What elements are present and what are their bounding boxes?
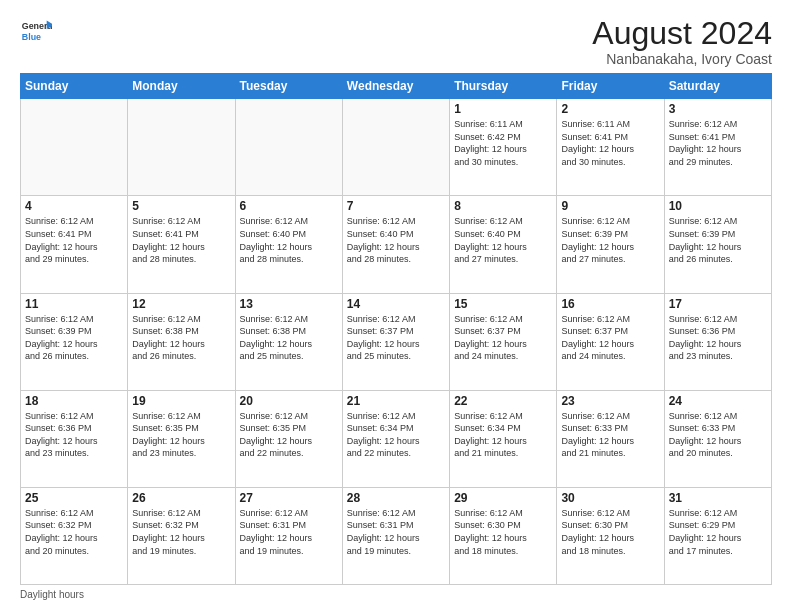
day-info: Sunrise: 6:12 AMSunset: 6:40 PMDaylight:… xyxy=(347,215,445,265)
calendar-week-row: 4Sunrise: 6:12 AMSunset: 6:41 PMDaylight… xyxy=(21,196,772,293)
day-number: 5 xyxy=(132,199,230,213)
day-number: 22 xyxy=(454,394,552,408)
logo-icon: General Blue xyxy=(20,16,52,48)
day-info: Sunrise: 6:12 AMSunset: 6:33 PMDaylight:… xyxy=(669,410,767,460)
svg-text:Blue: Blue xyxy=(22,32,41,42)
table-row: 7Sunrise: 6:12 AMSunset: 6:40 PMDaylight… xyxy=(342,196,449,293)
calendar-week-row: 1Sunrise: 6:11 AMSunset: 6:42 PMDaylight… xyxy=(21,99,772,196)
table-row: 22Sunrise: 6:12 AMSunset: 6:34 PMDayligh… xyxy=(450,390,557,487)
day-number: 6 xyxy=(240,199,338,213)
table-row xyxy=(342,99,449,196)
calendar-table: Sunday Monday Tuesday Wednesday Thursday… xyxy=(20,73,772,585)
day-number: 13 xyxy=(240,297,338,311)
footer-note: Daylight hours xyxy=(20,589,772,600)
day-number: 26 xyxy=(132,491,230,505)
day-info: Sunrise: 6:12 AMSunset: 6:35 PMDaylight:… xyxy=(132,410,230,460)
calendar-week-row: 25Sunrise: 6:12 AMSunset: 6:32 PMDayligh… xyxy=(21,487,772,584)
day-number: 31 xyxy=(669,491,767,505)
day-info: Sunrise: 6:12 AMSunset: 6:35 PMDaylight:… xyxy=(240,410,338,460)
col-thursday: Thursday xyxy=(450,74,557,99)
day-number: 1 xyxy=(454,102,552,116)
main-title: August 2024 xyxy=(592,16,772,51)
day-info: Sunrise: 6:12 AMSunset: 6:30 PMDaylight:… xyxy=(454,507,552,557)
day-info: Sunrise: 6:12 AMSunset: 6:37 PMDaylight:… xyxy=(347,313,445,363)
table-row: 23Sunrise: 6:12 AMSunset: 6:33 PMDayligh… xyxy=(557,390,664,487)
day-number: 18 xyxy=(25,394,123,408)
day-info: Sunrise: 6:12 AMSunset: 6:31 PMDaylight:… xyxy=(347,507,445,557)
table-row: 10Sunrise: 6:12 AMSunset: 6:39 PMDayligh… xyxy=(664,196,771,293)
table-row: 21Sunrise: 6:12 AMSunset: 6:34 PMDayligh… xyxy=(342,390,449,487)
day-info: Sunrise: 6:12 AMSunset: 6:32 PMDaylight:… xyxy=(132,507,230,557)
table-row: 3Sunrise: 6:12 AMSunset: 6:41 PMDaylight… xyxy=(664,99,771,196)
day-number: 19 xyxy=(132,394,230,408)
table-row: 9Sunrise: 6:12 AMSunset: 6:39 PMDaylight… xyxy=(557,196,664,293)
day-number: 24 xyxy=(669,394,767,408)
day-number: 7 xyxy=(347,199,445,213)
day-number: 11 xyxy=(25,297,123,311)
table-row: 1Sunrise: 6:11 AMSunset: 6:42 PMDaylight… xyxy=(450,99,557,196)
calendar-week-row: 11Sunrise: 6:12 AMSunset: 6:39 PMDayligh… xyxy=(21,293,772,390)
day-info: Sunrise: 6:12 AMSunset: 6:38 PMDaylight:… xyxy=(240,313,338,363)
table-row: 5Sunrise: 6:12 AMSunset: 6:41 PMDaylight… xyxy=(128,196,235,293)
table-row: 30Sunrise: 6:12 AMSunset: 6:30 PMDayligh… xyxy=(557,487,664,584)
table-row: 31Sunrise: 6:12 AMSunset: 6:29 PMDayligh… xyxy=(664,487,771,584)
table-row: 20Sunrise: 6:12 AMSunset: 6:35 PMDayligh… xyxy=(235,390,342,487)
day-number: 27 xyxy=(240,491,338,505)
table-row: 24Sunrise: 6:12 AMSunset: 6:33 PMDayligh… xyxy=(664,390,771,487)
day-number: 17 xyxy=(669,297,767,311)
title-block: August 2024 Nanbanakaha, Ivory Coast xyxy=(592,16,772,67)
table-row: 6Sunrise: 6:12 AMSunset: 6:40 PMDaylight… xyxy=(235,196,342,293)
day-info: Sunrise: 6:12 AMSunset: 6:40 PMDaylight:… xyxy=(454,215,552,265)
day-info: Sunrise: 6:12 AMSunset: 6:30 PMDaylight:… xyxy=(561,507,659,557)
table-row: 4Sunrise: 6:12 AMSunset: 6:41 PMDaylight… xyxy=(21,196,128,293)
day-number: 20 xyxy=(240,394,338,408)
day-info: Sunrise: 6:12 AMSunset: 6:37 PMDaylight:… xyxy=(561,313,659,363)
page: General Blue General Blue August 2024 Na… xyxy=(0,0,792,612)
day-number: 16 xyxy=(561,297,659,311)
col-friday: Friday xyxy=(557,74,664,99)
day-number: 3 xyxy=(669,102,767,116)
calendar-header-row: Sunday Monday Tuesday Wednesday Thursday… xyxy=(21,74,772,99)
day-info: Sunrise: 6:12 AMSunset: 6:39 PMDaylight:… xyxy=(669,215,767,265)
day-number: 4 xyxy=(25,199,123,213)
col-tuesday: Tuesday xyxy=(235,74,342,99)
header: General Blue General Blue August 2024 Na… xyxy=(20,16,772,67)
day-number: 15 xyxy=(454,297,552,311)
day-info: Sunrise: 6:12 AMSunset: 6:34 PMDaylight:… xyxy=(454,410,552,460)
day-number: 2 xyxy=(561,102,659,116)
logo: General Blue General Blue xyxy=(20,16,52,48)
table-row: 28Sunrise: 6:12 AMSunset: 6:31 PMDayligh… xyxy=(342,487,449,584)
day-number: 9 xyxy=(561,199,659,213)
day-info: Sunrise: 6:12 AMSunset: 6:29 PMDaylight:… xyxy=(669,507,767,557)
day-info: Sunrise: 6:12 AMSunset: 6:36 PMDaylight:… xyxy=(669,313,767,363)
day-info: Sunrise: 6:12 AMSunset: 6:39 PMDaylight:… xyxy=(561,215,659,265)
col-saturday: Saturday xyxy=(664,74,771,99)
table-row: 16Sunrise: 6:12 AMSunset: 6:37 PMDayligh… xyxy=(557,293,664,390)
table-row: 11Sunrise: 6:12 AMSunset: 6:39 PMDayligh… xyxy=(21,293,128,390)
day-number: 23 xyxy=(561,394,659,408)
day-info: Sunrise: 6:11 AMSunset: 6:41 PMDaylight:… xyxy=(561,118,659,168)
day-number: 30 xyxy=(561,491,659,505)
day-number: 28 xyxy=(347,491,445,505)
table-row: 12Sunrise: 6:12 AMSunset: 6:38 PMDayligh… xyxy=(128,293,235,390)
day-number: 10 xyxy=(669,199,767,213)
col-monday: Monday xyxy=(128,74,235,99)
day-info: Sunrise: 6:12 AMSunset: 6:32 PMDaylight:… xyxy=(25,507,123,557)
table-row xyxy=(235,99,342,196)
calendar-week-row: 18Sunrise: 6:12 AMSunset: 6:36 PMDayligh… xyxy=(21,390,772,487)
day-info: Sunrise: 6:11 AMSunset: 6:42 PMDaylight:… xyxy=(454,118,552,168)
day-info: Sunrise: 6:12 AMSunset: 6:41 PMDaylight:… xyxy=(25,215,123,265)
table-row: 2Sunrise: 6:11 AMSunset: 6:41 PMDaylight… xyxy=(557,99,664,196)
table-row: 27Sunrise: 6:12 AMSunset: 6:31 PMDayligh… xyxy=(235,487,342,584)
table-row: 15Sunrise: 6:12 AMSunset: 6:37 PMDayligh… xyxy=(450,293,557,390)
day-number: 14 xyxy=(347,297,445,311)
table-row: 26Sunrise: 6:12 AMSunset: 6:32 PMDayligh… xyxy=(128,487,235,584)
table-row xyxy=(128,99,235,196)
day-info: Sunrise: 6:12 AMSunset: 6:36 PMDaylight:… xyxy=(25,410,123,460)
table-row: 13Sunrise: 6:12 AMSunset: 6:38 PMDayligh… xyxy=(235,293,342,390)
day-number: 29 xyxy=(454,491,552,505)
table-row: 18Sunrise: 6:12 AMSunset: 6:36 PMDayligh… xyxy=(21,390,128,487)
day-info: Sunrise: 6:12 AMSunset: 6:39 PMDaylight:… xyxy=(25,313,123,363)
table-row: 19Sunrise: 6:12 AMSunset: 6:35 PMDayligh… xyxy=(128,390,235,487)
table-row xyxy=(21,99,128,196)
